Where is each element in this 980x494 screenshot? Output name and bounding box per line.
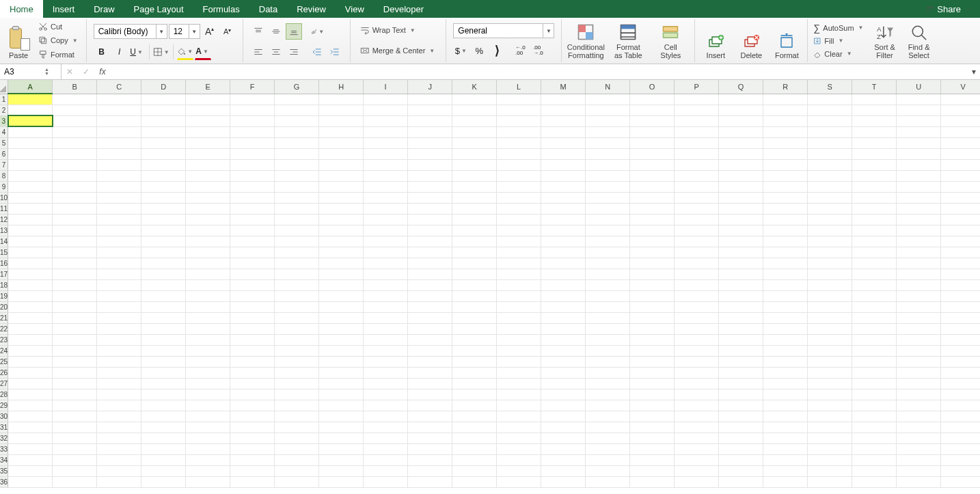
cell-J29[interactable]: [408, 400, 452, 411]
sort-filter-button[interactable]: AZ Sort & Filter: [869, 20, 901, 61]
formula-input[interactable]: [111, 64, 968, 79]
tab-data[interactable]: Data: [249, 0, 287, 18]
cell-N32[interactable]: [586, 433, 630, 443]
cell-A26[interactable]: [8, 367, 53, 378]
cell-J21[interactable]: [408, 312, 452, 323]
cell-T9[interactable]: [852, 181, 897, 192]
cell-B29[interactable]: [53, 400, 97, 411]
cell-I4[interactable]: [364, 126, 408, 137]
cell-G32[interactable]: [275, 433, 319, 443]
cell-B28[interactable]: [53, 389, 97, 400]
cell-C16[interactable]: [97, 258, 141, 269]
cell-A12[interactable]: [8, 214, 53, 225]
align-left-button[interactable]: [250, 44, 267, 60]
cell-C19[interactable]: [97, 290, 141, 301]
cell-U34[interactable]: [897, 454, 941, 465]
cell-K1[interactable]: [452, 94, 497, 105]
cell-I17[interactable]: [364, 269, 408, 279]
cell-P35[interactable]: [675, 465, 719, 476]
cell-J14[interactable]: [408, 236, 452, 247]
cell-J3[interactable]: [408, 115, 452, 126]
row-header-20[interactable]: 20: [0, 301, 8, 312]
cell-Q10[interactable]: [719, 192, 763, 203]
cell-N16[interactable]: [586, 258, 630, 269]
cell-B11[interactable]: [53, 203, 97, 214]
cell-Q36[interactable]: [719, 476, 763, 487]
cell-A14[interactable]: [8, 236, 53, 247]
tab-view[interactable]: View: [336, 0, 374, 18]
cell-H32[interactable]: [319, 433, 364, 443]
row-header-12[interactable]: 12: [0, 214, 8, 225]
cell-J1[interactable]: [408, 94, 452, 105]
row-header-31[interactable]: 31: [0, 422, 8, 433]
cell-R2[interactable]: [763, 105, 808, 115]
cell-H20[interactable]: [319, 301, 364, 312]
cell-G20[interactable]: [275, 301, 319, 312]
cell-T32[interactable]: [852, 433, 897, 443]
cell-J35[interactable]: [408, 465, 452, 476]
cell-V12[interactable]: [941, 214, 980, 225]
cell-C2[interactable]: [97, 105, 141, 115]
cell-K33[interactable]: [452, 443, 497, 454]
cell-V31[interactable]: [941, 422, 980, 433]
row-header-29[interactable]: 29: [0, 400, 8, 411]
cell-U20[interactable]: [897, 301, 941, 312]
orientation-button[interactable]: ab▼: [309, 23, 325, 40]
cell-O31[interactable]: [630, 422, 675, 433]
cell-N25[interactable]: [586, 356, 630, 367]
accept-formula-button[interactable]: ✓: [78, 64, 94, 79]
fill-color-button[interactable]: ▼: [177, 44, 193, 60]
cell-N5[interactable]: [586, 137, 630, 148]
tab-insert[interactable]: Insert: [43, 0, 85, 18]
cell-P26[interactable]: [675, 367, 719, 378]
cell-N31[interactable]: [586, 422, 630, 433]
decrease-indent-button[interactable]: [309, 44, 325, 60]
cell-B35[interactable]: [53, 465, 97, 476]
cell-R23[interactable]: [763, 334, 808, 345]
cell-S6[interactable]: [808, 148, 852, 159]
cell-L13[interactable]: [497, 225, 541, 236]
cell-E3[interactable]: [186, 115, 230, 126]
cell-C4[interactable]: [97, 126, 141, 137]
cell-N6[interactable]: [586, 148, 630, 159]
cell-E9[interactable]: [186, 181, 230, 192]
cell-I7[interactable]: [364, 159, 408, 170]
cell-E6[interactable]: [186, 148, 230, 159]
cell-A23[interactable]: [8, 334, 53, 345]
cell-H22[interactable]: [319, 323, 364, 334]
cell-A34[interactable]: [8, 454, 53, 465]
cell-O19[interactable]: [630, 290, 675, 301]
cell-A33[interactable]: [8, 443, 53, 454]
cell-G28[interactable]: [275, 389, 319, 400]
cell-O21[interactable]: [630, 312, 675, 323]
cell-O23[interactable]: [630, 334, 675, 345]
cell-K36[interactable]: [452, 476, 497, 487]
cell-D2[interactable]: [141, 105, 186, 115]
column-header-R[interactable]: R: [763, 80, 808, 94]
borders-button[interactable]: ▼: [153, 44, 169, 60]
cell-N1[interactable]: [586, 94, 630, 105]
wrap-text-button[interactable]: Wrap Text ▼: [357, 23, 439, 37]
cell-M30[interactable]: [541, 411, 586, 422]
cell-F15[interactable]: [230, 247, 275, 258]
cell-P21[interactable]: [675, 312, 719, 323]
cell-A28[interactable]: [8, 389, 53, 400]
cell-E19[interactable]: [186, 290, 230, 301]
cell-D32[interactable]: [141, 433, 186, 443]
cell-F6[interactable]: [230, 148, 275, 159]
cell-N9[interactable]: [586, 181, 630, 192]
cell-E35[interactable]: [186, 465, 230, 476]
cell-F21[interactable]: [230, 312, 275, 323]
cell-Q25[interactable]: [719, 356, 763, 367]
cell-T4[interactable]: [852, 126, 897, 137]
cell-R34[interactable]: [763, 454, 808, 465]
cell-O27[interactable]: [630, 378, 675, 389]
cell-D4[interactable]: [141, 126, 186, 137]
cell-H24[interactable]: [319, 345, 364, 356]
cell-T21[interactable]: [852, 312, 897, 323]
cell-Q2[interactable]: [719, 105, 763, 115]
cell-U1[interactable]: [897, 94, 941, 105]
cell-E12[interactable]: [186, 214, 230, 225]
cell-M2[interactable]: [541, 105, 586, 115]
cell-G16[interactable]: [275, 258, 319, 269]
